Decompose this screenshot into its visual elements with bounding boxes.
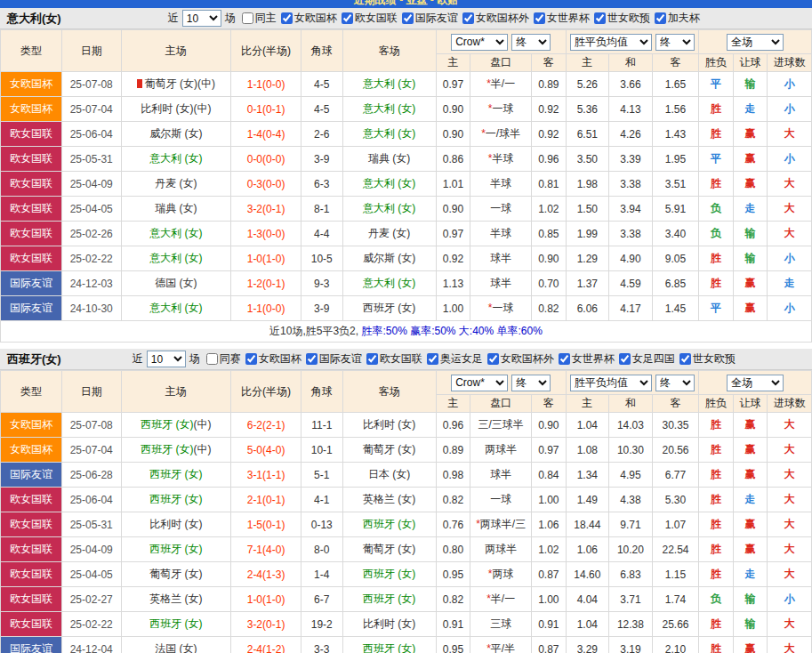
filter-checkbox[interactable] (655, 12, 666, 24)
score[interactable]: 6-2(2-1) (231, 413, 301, 438)
away-team[interactable]: 丹麦 (女) (342, 222, 436, 246)
filter-item[interactable]: 欧女国联 (342, 11, 398, 26)
home-team[interactable]: 西班牙 (女) (121, 537, 230, 562)
competition-type-badge[interactable]: 国际友谊 (1, 296, 62, 321)
filter-checkbox[interactable] (594, 12, 606, 24)
away-team[interactable]: 西班牙 (女) (342, 562, 436, 587)
filter-item[interactable]: 加夫杯 (655, 11, 700, 26)
away-team[interactable]: 比利时 (女) (342, 413, 436, 438)
fulltime-select[interactable]: 全场 (727, 34, 784, 51)
competition-type-badge[interactable]: 女欧国杯 (1, 97, 62, 122)
competition-type-badge[interactable]: 欧女国联 (1, 172, 62, 197)
away-team[interactable]: 西班牙 (女) (342, 587, 436, 612)
europe-time-select[interactable]: 终 (655, 375, 695, 391)
filter-item[interactable]: 国际友谊 (306, 351, 362, 367)
away-team[interactable]: 意大利 (女) (342, 72, 436, 97)
home-team[interactable]: 意大利 (女) (121, 246, 230, 271)
home-team[interactable]: 意大利 (女) (121, 296, 230, 321)
score[interactable]: 0-0(0-0) (231, 147, 301, 172)
home-team[interactable]: 法国 (女) (121, 637, 230, 653)
home-team[interactable]: 威尔斯 (女) (121, 122, 230, 147)
same-filter-item[interactable]: 同主 (242, 11, 277, 26)
away-team[interactable]: 意大利 (女) (342, 197, 436, 222)
away-team[interactable]: 威尔斯 (女) (342, 246, 436, 271)
competition-type-badge[interactable]: 欧女国联 (1, 537, 62, 562)
score[interactable]: 1-1(0-0) (231, 72, 301, 97)
away-team[interactable]: 西班牙 (女) (342, 512, 436, 537)
score[interactable]: 3-2(0-1) (231, 612, 301, 637)
score[interactable]: 1-2(0-1) (231, 271, 301, 296)
score[interactable]: 1-5(0-1) (231, 512, 301, 537)
score[interactable]: 3-2(0-1) (231, 197, 301, 222)
home-team[interactable]: 比利时 (女)(中) (121, 97, 230, 122)
filter-item[interactable]: 女欧国杯外 (462, 11, 529, 26)
filter-item[interactable]: 奥运女足 (427, 351, 483, 367)
home-team[interactable]: 西班牙 (女) (121, 612, 230, 637)
filter-checkbox[interactable] (679, 353, 691, 365)
filter-checkbox[interactable] (206, 353, 218, 365)
competition-type-badge[interactable]: 女欧国杯 (1, 413, 62, 438)
away-team[interactable]: 瑞典 (女) (342, 147, 436, 172)
home-team[interactable]: 瑞典 (女) (121, 197, 230, 222)
filter-checkbox[interactable] (534, 12, 545, 24)
away-team[interactable]: 英格兰 (女) (342, 488, 436, 512)
competition-type-badge[interactable]: 欧女国联 (1, 197, 62, 222)
home-team[interactable]: 葡萄牙 (女)(中) (121, 72, 230, 97)
away-team[interactable]: 意大利 (女) (342, 172, 436, 197)
filter-checkbox[interactable] (242, 12, 253, 24)
filter-checkbox[interactable] (366, 353, 378, 365)
away-team[interactable]: 比利时 (女) (342, 612, 436, 637)
same-filter-item[interactable]: 同赛 (206, 351, 241, 367)
score[interactable]: 0-3(0-0) (231, 172, 301, 197)
home-team[interactable]: 英格兰 (女) (121, 587, 230, 612)
filter-item[interactable]: 国际友谊 (402, 11, 458, 26)
competition-type-badge[interactable]: 欧女国联 (1, 488, 62, 512)
away-team[interactable]: 西班牙 (女) (342, 296, 436, 321)
score[interactable]: 3-1(1-1) (231, 463, 301, 488)
filter-item[interactable]: 女欧国杯外 (487, 351, 554, 367)
score[interactable]: 2-1(0-1) (231, 488, 301, 512)
odds-time-select[interactable]: 终 (511, 375, 551, 391)
filter-checkbox[interactable] (559, 353, 570, 365)
home-team[interactable]: 意大利 (女) (121, 222, 230, 246)
competition-type-badge[interactable]: 欧女国联 (1, 246, 62, 271)
filter-item[interactable]: 世女欧预 (594, 11, 650, 26)
filter-checkbox[interactable] (487, 353, 499, 365)
score[interactable]: 1-3(0-0) (231, 222, 301, 246)
home-team[interactable]: 葡萄牙 (女) (121, 562, 230, 587)
competition-type-badge[interactable]: 欧女国联 (1, 222, 62, 246)
score[interactable]: 1-4(0-4) (231, 122, 301, 147)
filter-checkbox[interactable] (306, 353, 318, 365)
odds-time-select[interactable]: 终 (511, 34, 551, 51)
home-team[interactable]: 西班牙 (女)(中) (121, 438, 230, 463)
filter-item[interactable]: 女欧国杯 (245, 351, 301, 367)
competition-type-badge[interactable]: 国际友谊 (1, 637, 62, 653)
competition-type-badge[interactable]: 国际友谊 (1, 463, 62, 488)
competition-type-badge[interactable]: 女欧国杯 (1, 72, 62, 97)
filter-item[interactable]: 女世界杯 (534, 11, 590, 26)
competition-type-badge[interactable]: 国际友谊 (1, 271, 62, 296)
away-team[interactable]: 葡萄牙 (女) (342, 537, 436, 562)
filter-checkbox[interactable] (427, 353, 438, 365)
competition-type-badge[interactable]: 欧女国联 (1, 512, 62, 537)
home-team[interactable]: 德国 (女) (121, 271, 230, 296)
filter-checkbox[interactable] (462, 12, 474, 24)
away-team[interactable]: 意大利 (女) (342, 122, 436, 147)
away-team[interactable]: 意大利 (女) (342, 97, 436, 122)
europe-avg-select[interactable]: 胜平负均值 (570, 34, 652, 51)
away-team[interactable]: 日本 (女) (342, 463, 436, 488)
europe-avg-select[interactable]: 胜平负均值 (570, 375, 652, 391)
competition-type-badge[interactable]: 欧女国联 (1, 147, 62, 172)
score[interactable]: 7-1(4-0) (231, 537, 301, 562)
score[interactable]: 1-0(1-0) (231, 587, 301, 612)
away-team[interactable]: 意大利 (女) (342, 271, 436, 296)
score[interactable]: 1-0(1-0) (231, 246, 301, 271)
filter-item[interactable]: 女足四国 (619, 351, 675, 367)
home-team[interactable]: 西班牙 (女) (121, 488, 230, 512)
score[interactable]: 5-0(4-0) (231, 438, 301, 463)
count-select[interactable]: 10 (147, 351, 186, 367)
competition-type-badge[interactable]: 欧女国联 (1, 122, 62, 147)
filter-checkbox[interactable] (281, 12, 293, 24)
away-team[interactable]: 葡萄牙 (女) (342, 438, 436, 463)
filter-checkbox[interactable] (402, 12, 414, 24)
